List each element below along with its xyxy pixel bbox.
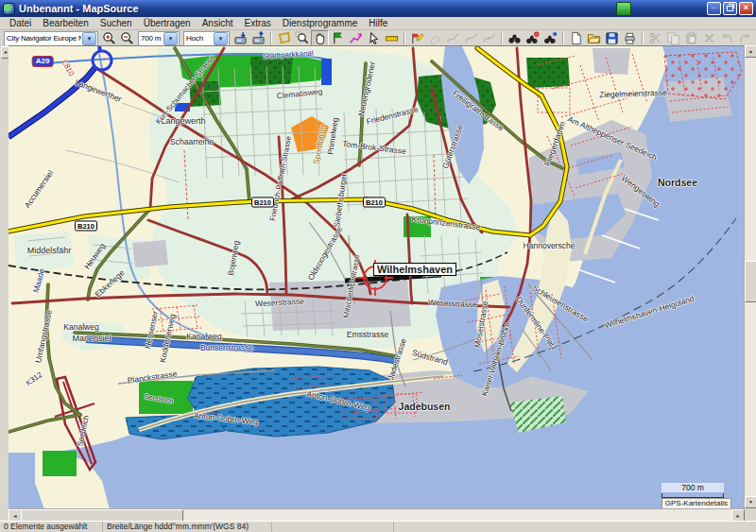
close-button[interactable]: × [739, 2, 753, 15]
new-button[interactable] [567, 30, 585, 46]
horizontal-scrollbar[interactable]: ◄ ► [9, 508, 745, 522]
eraser-icon [428, 31, 442, 45]
map-label: Nordsee [658, 177, 697, 188]
edit-waypoint-tool-button[interactable] [408, 30, 426, 46]
selection-tool-button[interactable] [365, 30, 383, 46]
hand-icon [313, 31, 327, 45]
remote-session-icon[interactable] [616, 2, 631, 16]
magnifier-plus-icon [102, 31, 116, 45]
redo-button [736, 30, 754, 46]
scroll-down-button[interactable]: ▼ [745, 496, 756, 508]
eraser-tool-button [426, 30, 444, 46]
title-bar[interactable]: Unbenannt - MapSource _ × [0, 0, 756, 17]
copy-button [664, 30, 682, 46]
menu-ansicht[interactable]: Ansicht [197, 17, 239, 29]
menu-bar: Datei Bearbeiten Suchen Übertragen Ansic… [0, 17, 756, 30]
copy-icon [666, 31, 680, 45]
zoom-tool-button[interactable] [293, 30, 311, 46]
measure-tool-button[interactable] [383, 30, 401, 46]
window-title: Unbenannt - MapSource [19, 3, 139, 14]
menu-datei[interactable]: Datei [4, 17, 37, 29]
chevron-down-icon[interactable]: ▼ [163, 32, 178, 45]
bundesstrasse-shield: B210 [251, 197, 274, 208]
menu-hilfe[interactable]: Hilfe [363, 17, 393, 29]
paste-button [682, 30, 700, 46]
autobahn-shield: A29 [32, 56, 54, 67]
floppy-icon [605, 31, 619, 45]
detail-level-select[interactable]: Hoch ▼ [183, 31, 230, 46]
toolbar-separator [562, 32, 564, 45]
magnifier-box-icon [295, 31, 309, 45]
mapsource-app-icon [3, 3, 15, 15]
binoculars-icon [507, 31, 522, 45]
curve1-icon [464, 31, 478, 45]
map-product-select[interactable]: City Navigator Europe NT 2008 ▼ [4, 31, 98, 46]
find-button[interactable] [506, 30, 524, 46]
flag-pencil-icon [410, 31, 424, 45]
zoom-in-button[interactable] [100, 30, 118, 46]
map-label: Bunsenstrasse [200, 343, 253, 352]
map-polygon-icon [277, 31, 291, 45]
menu-extras[interactable]: Extras [238, 17, 276, 29]
zoom-scale-select[interactable]: 700 m ▼ [138, 31, 180, 46]
chevron-down-icon[interactable]: ▼ [214, 32, 228, 45]
scroll-up-button[interactable]: ▲ [745, 45, 756, 58]
flag-icon [331, 31, 345, 45]
scissors-icon [648, 31, 662, 45]
send-to-device-button[interactable] [232, 30, 249, 46]
minimize-button[interactable]: _ [707, 2, 721, 15]
folder-icon [587, 31, 601, 45]
squiggle-icon [446, 31, 460, 45]
toolbar-separator [642, 32, 644, 45]
menu-dienstprogramme[interactable]: Dienstprogramme [277, 17, 363, 29]
page-icon [569, 31, 583, 45]
vertical-scroll-thumb[interactable] [745, 261, 756, 302]
cursor-arrow-icon [367, 31, 381, 45]
receive-from-device-button[interactable] [249, 30, 267, 46]
bundesstrasse-shield: B210 [363, 197, 386, 208]
map-label: Schaarreihe [170, 137, 214, 146]
chevron-down-icon[interactable]: ▼ [82, 32, 96, 45]
undo-icon [720, 31, 734, 45]
toolbar-separator [501, 32, 503, 45]
map-label: Kanalweg [63, 322, 98, 332]
menu-suchen[interactable]: Suchen [94, 17, 138, 29]
delete-x-icon [702, 31, 716, 45]
printer-icon [623, 31, 637, 45]
map-label: Jadebusen [399, 401, 451, 412]
smooth-tool-button [480, 30, 498, 46]
map-label: Mariensiel [72, 334, 111, 343]
zoom-scale-value: 700 m [139, 34, 163, 43]
status-empty-pane [272, 522, 394, 532]
save-button[interactable] [603, 30, 621, 46]
device-receive-icon [251, 31, 266, 45]
recent-finds-button[interactable] [541, 30, 559, 46]
map-scale: 700 m [662, 483, 724, 498]
map-canvas[interactable]: WilhelmshavenNordseeJadebusenLangewerthM… [9, 45, 745, 509]
map-label: Middelsfähr [27, 246, 72, 255]
zoom-out-button[interactable] [118, 30, 136, 46]
device-send-icon [233, 31, 248, 45]
open-button[interactable] [585, 30, 603, 46]
menu-bearbeiten[interactable]: Bearbeiten [37, 17, 94, 29]
map-select-tool-button[interactable] [275, 30, 293, 46]
print-button[interactable] [621, 30, 639, 46]
map-label: Hannoversche [524, 241, 576, 250]
magnifier-minus-icon [120, 31, 134, 45]
restore-button[interactable] [723, 2, 737, 15]
map-label: Wilhelmshaven [373, 263, 456, 276]
vertical-scrollbar[interactable]: ▲ ▼ [744, 45, 756, 508]
toolbar-separator [404, 32, 405, 45]
binoculars-red-icon [525, 31, 540, 45]
toolbar-separator [270, 32, 272, 45]
find-nearest-button[interactable] [524, 30, 541, 46]
undo-button [718, 30, 736, 46]
pan-tool-button[interactable] [311, 30, 329, 46]
route-tool-button[interactable] [347, 30, 365, 46]
status-bar: 0 Elemente ausgewählt Breite/Länge hddd°… [0, 521, 756, 532]
menu-uebertragen[interactable]: Übertragen [138, 17, 197, 29]
divide-tool-button [444, 30, 462, 46]
curve2-icon [482, 31, 496, 45]
waypoint-tool-button[interactable] [329, 30, 347, 46]
redo-icon [738, 31, 752, 45]
